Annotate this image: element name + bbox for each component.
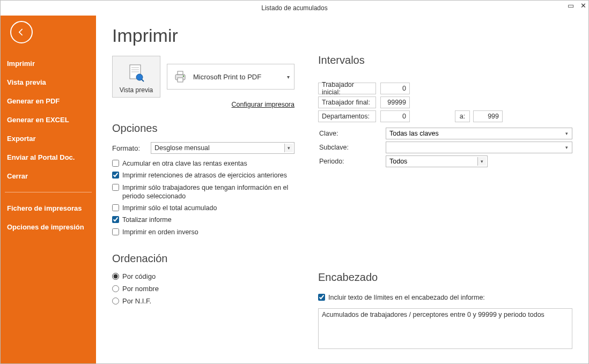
- clave-label: Clave:: [318, 130, 376, 137]
- subclave-select[interactable]: ▾: [386, 142, 572, 153]
- checkbox[interactable]: [112, 228, 119, 235]
- check-solo-total-acumulado[interactable]: Imprimir sólo el total acumulado: [112, 204, 294, 212]
- radio-por-nombre[interactable]: Por nombre: [112, 285, 294, 293]
- encabezado-textarea[interactable]: [318, 308, 572, 349]
- radio[interactable]: [112, 273, 119, 280]
- sidebar-item-generar-excel[interactable]: Generar en EXCEL: [1, 110, 96, 129]
- svg-point-9: [183, 76, 184, 77]
- departamentos-to-input[interactable]: [473, 110, 503, 122]
- checkbox[interactable]: [112, 160, 119, 167]
- vista-previa-label: Vista previa: [120, 86, 153, 94]
- check-label: Imprimir sólo el total acumulado: [122, 204, 217, 212]
- sidebar-item-generar-pdf[interactable]: Generar en PDF: [1, 92, 96, 110]
- check-retenciones-atrasos[interactable]: Imprimir retenciones de atrasos de ejerc…: [112, 171, 294, 180]
- sidebar-item-vista-previa[interactable]: Vista previa: [1, 73, 96, 92]
- radio-label: Por código: [122, 272, 156, 280]
- checkbox[interactable]: [112, 204, 119, 211]
- periodo-select[interactable]: Todos ▾: [386, 155, 488, 167]
- sidebar-item-enviar-portal[interactable]: Enviar al Portal Doc.: [1, 148, 96, 167]
- svg-rect-7: [178, 71, 183, 75]
- encabezado-heading: Encabezado: [318, 271, 572, 284]
- opciones-heading: Opciones: [112, 122, 294, 135]
- checkbox[interactable]: [318, 294, 325, 301]
- trabajador-final-label: Trabajador final:: [318, 96, 376, 108]
- titlebar: Listado de acumulados ▭ ✕: [1, 1, 588, 16]
- vista-previa-button[interactable]: Vista previa: [112, 56, 160, 98]
- trabajador-inicial-label: Trabajador inicial:: [318, 83, 376, 94]
- clave-value: Todas las claves: [389, 130, 439, 137]
- maximize-icon[interactable]: ▭: [568, 2, 574, 10]
- formato-label: Formato:: [112, 144, 151, 152]
- svg-line-5: [142, 79, 144, 81]
- sidebar-separator: [5, 192, 92, 192]
- trabajador-inicial-input[interactable]: [380, 83, 410, 94]
- radio-por-nif[interactable]: Por N.I.F.: [112, 297, 294, 305]
- chevron-down-icon: ▾: [477, 157, 486, 166]
- checkbox[interactable]: [112, 172, 119, 179]
- printer-icon: [173, 69, 188, 84]
- check-totalizar-informe[interactable]: Totalizar informe: [112, 216, 294, 224]
- chevron-down-icon: ▾: [284, 144, 293, 152]
- sidebar-item-imprimir[interactable]: Imprimir: [1, 54, 96, 73]
- periodo-value: Todos: [389, 158, 407, 165]
- configurar-impresora-link[interactable]: Configurar impresora: [112, 101, 294, 108]
- radio-label: Por nombre: [122, 285, 159, 293]
- check-incluir-texto-limites[interactable]: Incluir texto de límites en el encabezad…: [318, 293, 572, 302]
- checkbox[interactable]: [112, 184, 119, 191]
- check-acumular-rentas[interactable]: Acumular en otra clave las rentas exenta…: [112, 159, 294, 168]
- sidebar-item-exportar[interactable]: Exportar: [1, 129, 96, 148]
- ordenacion-heading: Ordenación: [112, 252, 294, 265]
- check-label: Imprimir sólo trabajadores que tengan in…: [122, 183, 294, 201]
- sidebar-item-opciones-impresion[interactable]: Opciones de impresión: [1, 218, 96, 236]
- page-title: Imprimir: [112, 25, 294, 46]
- printer-selector[interactable]: Microsoft Print to PDF ▾: [167, 64, 294, 90]
- subclave-label: Subclave:: [318, 144, 376, 151]
- radio-label: Por N.I.F.: [122, 297, 151, 305]
- check-label: Incluir texto de límites en el encabezad…: [328, 293, 485, 302]
- svg-rect-8: [178, 78, 183, 82]
- check-label: Totalizar informe: [122, 216, 172, 224]
- departamentos-to-label: a:: [455, 110, 470, 122]
- check-label: Imprimir retenciones de atrasos de ejerc…: [122, 171, 287, 180]
- chevron-down-icon: ▾: [562, 129, 571, 138]
- trabajador-final-input[interactable]: [380, 96, 410, 108]
- chevron-down-icon: ▾: [287, 74, 290, 80]
- check-label: Imprimir en orden inverso: [122, 228, 198, 236]
- radio-por-codigo[interactable]: Por código: [112, 272, 294, 280]
- formato-select[interactable]: Desglose mensual ▾: [151, 142, 294, 154]
- check-label: Acumular en otra clave las rentas exenta…: [122, 159, 247, 168]
- window-title: Listado de acumulados: [261, 4, 327, 12]
- sidebar-item-fichero-impresoras[interactable]: Fichero de impresoras: [1, 199, 96, 218]
- document-preview-icon: [126, 63, 147, 84]
- check-solo-trabajadores-info[interactable]: Imprimir sólo trabajadores que tengan in…: [112, 183, 294, 201]
- intervalos-heading: Intervalos: [318, 54, 572, 66]
- chevron-down-icon: ▾: [562, 143, 571, 152]
- close-icon[interactable]: ✕: [580, 2, 586, 10]
- printer-name: Microsoft Print to PDF: [193, 73, 261, 81]
- sidebar: Imprimir Vista previa Generar en PDF Gen…: [1, 16, 96, 363]
- back-button[interactable]: [10, 21, 33, 43]
- radio[interactable]: [112, 285, 119, 292]
- checkbox[interactable]: [112, 216, 119, 223]
- arrow-left-icon: [16, 27, 27, 38]
- check-orden-inverso[interactable]: Imprimir en orden inverso: [112, 228, 294, 236]
- radio[interactable]: [112, 298, 119, 304]
- departamentos-from-input[interactable]: [380, 110, 410, 122]
- formato-value: Desglose mensual: [154, 144, 210, 152]
- clave-select[interactable]: Todas las claves ▾: [386, 128, 572, 139]
- departamentos-label: Departamentos:: [318, 110, 376, 122]
- sidebar-item-cerrar[interactable]: Cerrar: [1, 167, 96, 185]
- periodo-label: Periodo:: [318, 158, 376, 165]
